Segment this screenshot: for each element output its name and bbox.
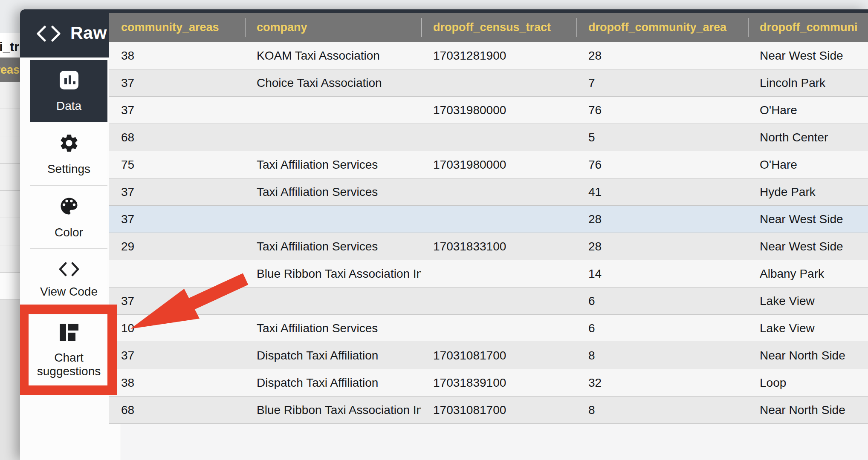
- table-cell: 17031833100: [421, 233, 576, 260]
- table-cell: [421, 178, 576, 205]
- table-row[interactable]: 29Taxi Affiliation Services1703183310028…: [109, 233, 868, 260]
- table-cell: [421, 124, 576, 151]
- sidebar-item-data[interactable]: Data: [30, 60, 107, 122]
- table-row[interactable]: 38KOAM Taxi Association1703128190028Near…: [109, 42, 868, 69]
- table-cell: 10: [109, 315, 245, 342]
- table-cell: 75: [109, 151, 245, 178]
- sidebar: Data Settings Color: [20, 58, 121, 460]
- table-cell: 76: [576, 97, 748, 124]
- table-row[interactable]: 38Dispatch Taxi Affiliation1703183910032…: [109, 369, 868, 397]
- table-row[interactable]: 37Dispatch Taxi Affiliation170310817008N…: [109, 342, 868, 369]
- table-cell: 17031980000: [421, 151, 576, 178]
- table-cell: O'Hare: [748, 97, 868, 124]
- table-cell: 68: [109, 124, 245, 151]
- table-cell: 17031839100: [421, 369, 576, 396]
- table-cell: 38: [109, 369, 245, 396]
- table-cell: [109, 260, 245, 287]
- table-cell: KOAM Taxi Association: [245, 42, 421, 69]
- table-header-row: community_areascompanydropoff_census_tra…: [109, 13, 868, 42]
- sidebar-item-view-code[interactable]: View Code: [30, 249, 107, 312]
- table-cell: 28: [576, 206, 748, 233]
- table-row[interactable]: 3728Near West Side: [109, 206, 868, 233]
- table-cell: 17031281900: [421, 42, 576, 69]
- background-table-header-fragment: reas: [0, 58, 20, 82]
- table-cell: [245, 97, 421, 124]
- table-cell: 37: [109, 178, 245, 205]
- background-clipped-title: i_tr: [0, 33, 20, 58]
- table-cell: O'Hare: [748, 151, 868, 178]
- table-row[interactable]: 376Lake View: [109, 288, 868, 315]
- column-header[interactable]: dropoff_community_area: [576, 13, 748, 42]
- table-row[interactable]: 371703198000076O'Hare: [109, 97, 868, 124]
- table-row[interactable]: 685North Center: [109, 124, 868, 151]
- table-cell: 14: [576, 260, 748, 287]
- table-cell: 41: [576, 178, 748, 205]
- dashboard-layout-icon: [59, 322, 79, 344]
- table-cell: Lake View: [748, 315, 868, 342]
- sidebar-item-label: Settings: [47, 162, 90, 176]
- table-cell: [421, 260, 576, 287]
- table-cell: 38: [109, 42, 245, 69]
- sidebar-item-color[interactable]: Color: [30, 186, 107, 249]
- table-cell: [245, 288, 421, 314]
- table-cell: 32: [576, 369, 748, 396]
- table-row[interactable]: 68Blue Ribbon Taxi Association Inc.17031…: [109, 397, 868, 424]
- raw-data-table-window: Raw Data Table: [20, 9, 868, 460]
- sidebar-item-label: Data: [56, 99, 81, 113]
- table-row[interactable]: 10Taxi Affiliation Services6Lake View: [109, 315, 868, 342]
- table-cell: 37: [109, 342, 245, 369]
- table-cell: Near West Side: [748, 233, 868, 260]
- sidebar-item-chart-suggestions[interactable]: Chart suggestions: [30, 314, 107, 386]
- background-table-rows: [0, 82, 20, 300]
- table-cell: [245, 124, 421, 151]
- table-cell: Hyde Park: [748, 178, 868, 205]
- table-cell: Near West Side: [748, 42, 868, 69]
- table-cell: 37: [109, 288, 245, 314]
- table-cell: 17031081700: [421, 342, 576, 369]
- table-cell: 28: [576, 42, 748, 69]
- column-header[interactable]: community_areas: [109, 13, 245, 42]
- table-body: 38KOAM Taxi Association1703128190028Near…: [109, 42, 868, 424]
- table-row[interactable]: 37Taxi Affiliation Services41Hyde Park: [109, 178, 868, 206]
- table-cell: Lake View: [748, 288, 868, 314]
- column-header[interactable]: dropoff_communi: [748, 13, 868, 42]
- table-cell: 17031980000: [421, 97, 576, 124]
- table-cell: 76: [576, 151, 748, 178]
- table-cell: 28: [576, 233, 748, 260]
- table-cell: 8: [576, 397, 748, 423]
- gear-icon: [58, 132, 80, 155]
- table-cell: Taxi Affiliation Services: [245, 151, 421, 178]
- table-row[interactable]: 75Taxi Affiliation Services1703198000076…: [109, 151, 868, 178]
- background-blank-area: [0, 9, 20, 33]
- sidebar-item-settings[interactable]: Settings: [30, 123, 107, 186]
- table-cell: [245, 206, 421, 233]
- column-header[interactable]: company: [245, 13, 421, 42]
- table-cell: 29: [109, 233, 245, 260]
- table-cell: 37: [109, 69, 245, 96]
- table-cell: North Center: [748, 124, 868, 151]
- background-title-fragment: i_tr: [0, 40, 19, 54]
- table-cell: 6: [576, 315, 748, 342]
- table-cell: Near North Side: [748, 342, 868, 369]
- data-bar-chart-icon: [58, 69, 80, 92]
- table-cell: [421, 69, 576, 96]
- table-cell: 37: [109, 206, 245, 233]
- sidebar-item-label: Chart suggestions: [30, 351, 107, 378]
- table-cell: Taxi Affiliation Services: [245, 178, 421, 205]
- code-brackets-icon: [58, 262, 80, 278]
- palette-icon: [58, 195, 80, 219]
- table-row[interactable]: 37Choice Taxi Association7Lincoln Park: [109, 69, 868, 97]
- column-header[interactable]: dropoff_census_tract: [421, 13, 576, 42]
- table-cell: Loop: [748, 369, 868, 396]
- background-header-fragment: reas: [0, 63, 20, 77]
- background-window-left-strip: i_tr reas: [0, 9, 20, 460]
- table-row[interactable]: Blue Ribbon Taxi Association Inc.14Alban…: [109, 260, 868, 288]
- table-cell: [421, 288, 576, 314]
- table-cell: Blue Ribbon Taxi Association Inc.: [245, 397, 421, 423]
- sidebar-item-label: View Code: [40, 285, 98, 299]
- table-cell: 8: [576, 342, 748, 369]
- sidebar-item-label: Color: [55, 226, 83, 239]
- table-cell: 6: [576, 288, 748, 314]
- table-cell: 7: [576, 69, 748, 96]
- table-cell: Albany Park: [748, 260, 868, 287]
